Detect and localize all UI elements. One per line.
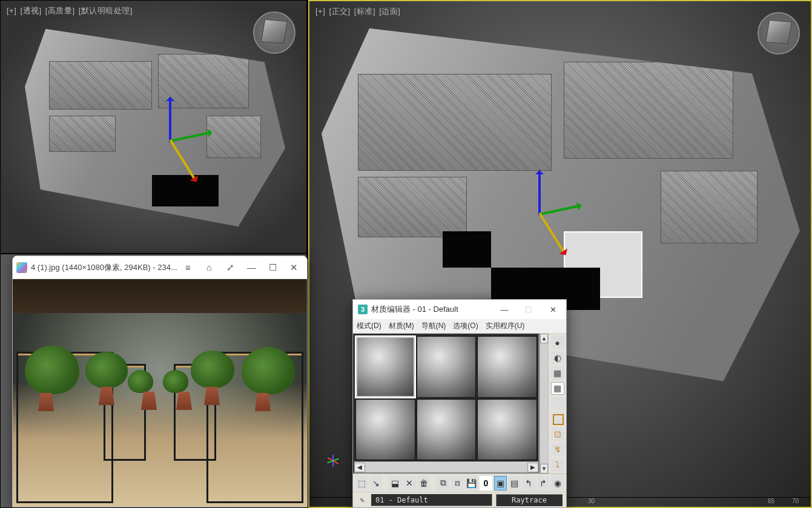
sample-slot-2[interactable] — [417, 336, 477, 398]
assign-to-selection-button[interactable]: ⬓ — [389, 476, 401, 490]
material-map-navigator-button[interactable]: ⤵ — [551, 458, 564, 471]
ruler-tick: 70 — [792, 498, 799, 504]
reset-map-button[interactable]: ✕ — [403, 476, 416, 490]
material-side-toolbar: ● ◐ ▦ ▦ ⊡ ↯ ⤵ — [548, 334, 566, 473]
transform-gizmo[interactable] — [497, 171, 582, 256]
pick-material-icon[interactable]: ✎ — [357, 495, 368, 506]
transform-gizmo[interactable] — [128, 97, 213, 182]
sample-slot-3[interactable] — [477, 336, 537, 398]
scroll-down-button[interactable]: ▼ — [540, 464, 548, 473]
vp-menu-quality[interactable]: [高质量] — [45, 6, 75, 15]
pick-material-from-object-button[interactable]: ◉ — [551, 476, 564, 490]
backlight-button[interactable]: ◐ — [551, 351, 564, 364]
minimize-button[interactable]: — — [492, 301, 517, 318]
scroll-right-button[interactable]: ▶ — [527, 463, 538, 472]
sample-slot-6[interactable] — [477, 399, 537, 461]
maximize-button: ☐ — [517, 301, 541, 318]
world-axis-tripod — [322, 449, 346, 473]
menu-mode[interactable]: 模式(D) — [357, 321, 381, 331]
material-editor-body: ◀ ▶ ▲ ▼ ● ◐ ▦ ▦ ⊡ ↯ ⤵ — [353, 334, 566, 473]
fullscreen-button[interactable]: ⤢ — [220, 259, 241, 277]
make-copy-button[interactable]: ⧉ — [437, 476, 449, 490]
vp-menu-quality[interactable]: [标准] — [354, 7, 375, 16]
sample-slots-panel: ◀ ▶ — [353, 334, 540, 473]
material-editor-menubar[interactable]: 模式(D) 材质(M) 导航(N) 选项(O) 实用程序(U) — [353, 319, 566, 334]
material-editor-dialog[interactable]: 3 材质编辑器 - 01 - Default — ☐ ✕ 模式(D) 材质(M)… — [352, 299, 567, 508]
material-name-row: ✎ Raytrace — [353, 492, 566, 507]
vp-menu-plus[interactable]: [+] — [7, 6, 16, 15]
image-viewer-window[interactable]: 4 (1).jpg (1440×1080像素, 294KB) - 234... … — [12, 256, 308, 507]
menu-utilities[interactable]: 实用程序(U) — [486, 321, 525, 331]
viewcube[interactable] — [758, 12, 800, 54]
vp-menu-view[interactable]: [正交] — [329, 7, 350, 16]
material-type-button[interactable]: Raytrace — [496, 494, 563, 506]
menu-navigate[interactable]: 导航(N) — [421, 321, 446, 331]
close-button[interactable]: ✕ — [541, 301, 565, 318]
vscroll-track[interactable] — [540, 343, 548, 464]
vp-menu-shading[interactable]: [边面] — [379, 7, 400, 16]
scroll-up-button[interactable]: ▲ — [540, 334, 548, 343]
sample-slot-4[interactable] — [355, 399, 415, 461]
background-button[interactable]: ▦ — [551, 366, 564, 379]
go-forward-button[interactable]: ↱ — [537, 476, 550, 490]
video-color-check-button[interactable] — [551, 397, 564, 410]
material-editor-titlebar[interactable]: 3 材质编辑器 - 01 - Default — ☐ ✕ — [353, 300, 566, 319]
viewcube[interactable] — [253, 12, 295, 54]
vp-menu-view[interactable]: [透视] — [20, 6, 41, 15]
close-button[interactable]: ✕ — [283, 259, 305, 277]
home-button[interactable]: ⌂ — [199, 259, 220, 277]
ruler-tick: 65 — [768, 498, 774, 504]
sample-vscroll[interactable]: ▲ ▼ — [540, 334, 548, 473]
vp-menu-shading[interactable]: [默认明暗处理] — [79, 6, 133, 15]
get-material-button[interactable]: ⬚ — [355, 476, 368, 490]
show-end-result-button[interactable]: ▤ — [509, 476, 521, 490]
sample-uv-button[interactable]: ▦ — [551, 382, 564, 395]
vp-menu-plus[interactable]: [+] — [315, 7, 325, 16]
menu-options[interactable]: 选项(O) — [453, 321, 478, 331]
minimize-button[interactable]: — — [241, 259, 262, 277]
delete-button[interactable]: 🗑 — [418, 476, 431, 490]
image-viewer-titlebar[interactable]: 4 (1).jpg (1440×1080像素, 294KB) - 234... … — [13, 256, 307, 279]
viewport-label-right[interactable]: [+] [正交] [标准] [边面] — [315, 6, 401, 17]
material-id-button[interactable]: 0 — [480, 476, 492, 490]
sample-slot-grid — [354, 335, 538, 461]
sample-type-button[interactable]: ● — [551, 336, 564, 349]
make-unique-button[interactable]: ⧈ — [451, 476, 464, 490]
put-to-library-button[interactable]: 💾 — [465, 476, 478, 490]
viewport-label-top-left[interactable]: [+] [透视] [高质量] [默认明暗处理] — [7, 5, 134, 16]
viewport-perspective[interactable]: [+] [透视] [高质量] [默认明暗处理] — [0, 0, 307, 254]
show-shaded-in-viewport-button[interactable]: ▣ — [494, 476, 507, 490]
reference-photo — [13, 279, 307, 507]
app-icon: 3 — [358, 305, 368, 314]
hscroll-track[interactable] — [365, 463, 527, 472]
sample-slot-5[interactable] — [417, 399, 477, 461]
ruler-tick: 30 — [588, 498, 595, 504]
image-viewer-title: 4 (1).jpg (1440×1080像素, 294KB) - 234... — [31, 262, 177, 273]
options-button[interactable]: ⊡ — [551, 427, 564, 440]
select-by-material-button[interactable]: ↯ — [551, 443, 564, 456]
material-bottom-toolbar: ⬚ ↘ ⬓ ✕ 🗑 ⧉ ⧈ 💾 0 ▣ ▤ ↰ ↱ ◉ — [353, 473, 566, 492]
material-editor-title: 材质编辑器 - 01 - Default — [371, 304, 458, 315]
sample-hscroll[interactable]: ◀ ▶ — [354, 461, 538, 472]
menu-material[interactable]: 材质(M) — [389, 321, 414, 331]
put-to-scene-button[interactable]: ↘ — [370, 476, 383, 490]
make-preview-button[interactable] — [551, 412, 564, 425]
image-viewer-app-icon — [16, 262, 27, 273]
go-to-parent-button[interactable]: ↰ — [523, 476, 535, 490]
scroll-left-button[interactable]: ◀ — [354, 463, 365, 472]
maximize-button[interactable]: ☐ — [262, 259, 283, 277]
material-name-input[interactable] — [371, 494, 492, 506]
menu-button[interactable]: ≡ — [177, 259, 199, 277]
sample-slot-1[interactable] — [355, 336, 415, 398]
